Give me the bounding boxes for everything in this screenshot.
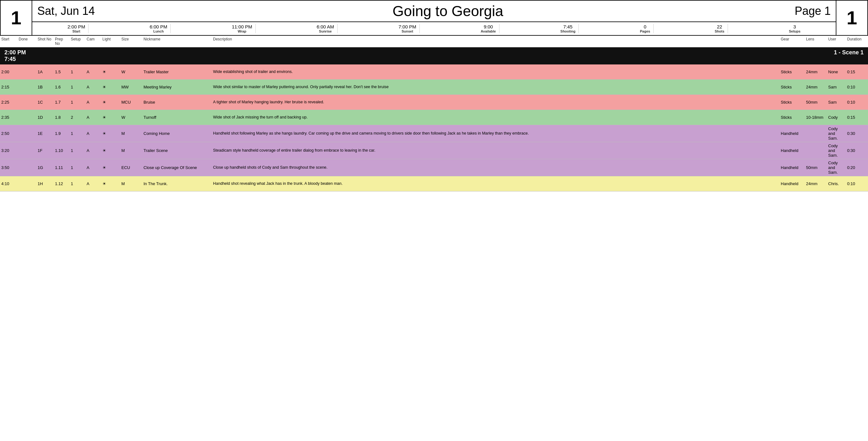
gear-cell: Handheld bbox=[779, 130, 805, 137]
shot-no-cell: 1C bbox=[36, 99, 54, 106]
col-header-2: Shot No bbox=[36, 37, 54, 46]
header-date: Sat, Jun 14 bbox=[37, 4, 95, 18]
shot-row: 2:351D1.82A☀WTurnoffWide shot of Jack mi… bbox=[0, 110, 868, 125]
setup-cell: 1 bbox=[69, 83, 85, 91]
col-header-7: Size bbox=[120, 37, 142, 46]
col-header-8: Nickname bbox=[142, 37, 212, 46]
scene-header: 2:00 PM 1 - Scene 1 7:45 bbox=[0, 47, 868, 64]
start-cell: 2:00 bbox=[0, 68, 18, 75]
start-cell: 2:35 bbox=[0, 114, 18, 121]
col-header-3: Prep No bbox=[54, 37, 69, 46]
shot-no-cell: 1A bbox=[36, 68, 54, 75]
lens-cell bbox=[805, 132, 827, 135]
description-cell: Handheld shot revealing what Jack has in… bbox=[212, 180, 779, 188]
col-header-9: Description bbox=[212, 37, 779, 46]
scene-time: 2:00 PM bbox=[4, 49, 834, 56]
cam-cell: A bbox=[85, 99, 101, 106]
prep-no-cell: 1.9 bbox=[54, 130, 69, 137]
nickname-cell: Close up Coverage Of Scene bbox=[142, 164, 212, 171]
prep-no-cell: 1.11 bbox=[54, 164, 69, 171]
start-cell: 2:15 bbox=[0, 83, 18, 91]
start-cell: 2:25 bbox=[0, 99, 18, 106]
time-label-2: Wrap bbox=[232, 29, 252, 33]
cam-cell: A bbox=[85, 130, 101, 137]
setup-cell: 1 bbox=[69, 99, 85, 106]
gear-cell: Sticks bbox=[779, 99, 805, 106]
shot-no-cell: 1H bbox=[36, 180, 54, 187]
size-cell: M bbox=[120, 180, 142, 187]
time-value-9: 3 bbox=[789, 24, 801, 29]
duration-cell: 0:20 bbox=[846, 164, 868, 171]
setup-cell: 1 bbox=[69, 180, 85, 187]
column-headers: StartDoneShot NoPrep NoSetupCamLightSize… bbox=[0, 36, 868, 47]
shot-row: 3:501G1.111A☀ECUClose up Coverage Of Sce… bbox=[0, 159, 868, 176]
nickname-cell: Bruise bbox=[142, 99, 212, 106]
time-value-4: 7:00 PM bbox=[399, 24, 416, 29]
header-page-label: Page 1 bbox=[795, 4, 831, 18]
shot-row: 2:001A1.51A☀WTrailer MasterWide establis… bbox=[0, 64, 868, 79]
gear-cell: Sticks bbox=[779, 83, 805, 91]
time-value-1: 6:00 PM bbox=[150, 24, 167, 29]
col-header-1: Done bbox=[18, 37, 36, 46]
duration-cell: 0:10 bbox=[846, 180, 868, 187]
nickname-cell: Turnoff bbox=[142, 114, 212, 121]
done-cell bbox=[18, 71, 36, 73]
size-cell: M bbox=[120, 130, 142, 137]
time-value-0: 2:00 PM bbox=[68, 24, 85, 29]
shot-no-cell: 1E bbox=[36, 130, 54, 137]
header-time-item-3: 6:00 AMSunrise bbox=[314, 24, 338, 33]
header-time-item-4: 7:00 PMSunset bbox=[396, 24, 420, 33]
done-cell bbox=[18, 86, 36, 89]
cam-cell: A bbox=[85, 180, 101, 187]
done-cell bbox=[18, 149, 36, 152]
user-cell: Cody and Sam. bbox=[827, 142, 846, 159]
light-cell: ☀ bbox=[101, 83, 120, 91]
duration-cell: 0:15 bbox=[846, 114, 868, 121]
setup-cell: 1 bbox=[69, 68, 85, 75]
time-value-5: 9:00 bbox=[481, 24, 496, 29]
description-cell: A tighter shot of Marley hanging laundry… bbox=[212, 98, 779, 106]
cam-cell: A bbox=[85, 83, 101, 91]
shot-row: 2:501E1.91A☀MComing HomeHandheld shot fo… bbox=[0, 125, 868, 142]
col-header-10: Gear bbox=[779, 37, 805, 46]
light-cell: ☀ bbox=[101, 114, 120, 121]
light-cell: ☀ bbox=[101, 130, 120, 137]
cam-cell: A bbox=[85, 68, 101, 75]
scene-label: 1 - Scene 1 bbox=[834, 49, 864, 56]
cam-cell: A bbox=[85, 164, 101, 171]
col-header-13: Duration bbox=[846, 37, 868, 46]
lens-cell: 50mm bbox=[805, 99, 827, 106]
header-time-item-9: 3Setups bbox=[786, 24, 804, 33]
lens-cell bbox=[805, 149, 827, 152]
time-value-2: 11:00 PM bbox=[232, 24, 252, 29]
description-cell: Close up handheld shots of Cody and Sam … bbox=[212, 164, 779, 172]
header-center: Sat, Jun 14 Going to Georgia Page 1 2:00… bbox=[32, 1, 836, 35]
header-time-item-0: 2:00 PMStart bbox=[64, 24, 89, 33]
duration-cell: 0:10 bbox=[846, 99, 868, 106]
header-time-item-7: 0Pages bbox=[637, 24, 654, 33]
gear-cell: Handheld bbox=[779, 164, 805, 171]
nickname-cell: Trailer Master bbox=[142, 68, 212, 75]
shot-row: 4:101H1.121A☀MIn The Trunk.Handheld shot… bbox=[0, 176, 868, 192]
lens-cell: 24mm bbox=[805, 180, 827, 187]
size-cell: ECU bbox=[120, 164, 142, 171]
time-label-7: Pages bbox=[640, 29, 650, 33]
prep-no-cell: 1.8 bbox=[54, 114, 69, 121]
nickname-cell: Coming Home bbox=[142, 130, 212, 137]
col-header-5: Cam bbox=[85, 37, 101, 46]
time-label-6: Shooting bbox=[560, 29, 576, 33]
duration-cell: 0:30 bbox=[846, 130, 868, 137]
gear-cell: Handheld bbox=[779, 147, 805, 154]
gear-cell: Sticks bbox=[779, 114, 805, 121]
start-cell: 4:10 bbox=[0, 180, 18, 187]
setup-cell: 1 bbox=[69, 147, 85, 154]
light-cell: ☀ bbox=[101, 68, 120, 75]
time-label-1: Lunch bbox=[150, 29, 167, 33]
time-value-7: 0 bbox=[640, 24, 650, 29]
header-time-item-8: 22Shots bbox=[712, 24, 728, 33]
lens-cell: 24mm bbox=[805, 83, 827, 91]
col-header-6: Light bbox=[101, 37, 120, 46]
size-cell: M bbox=[120, 147, 142, 154]
gear-cell: Handheld bbox=[779, 180, 805, 187]
header-time-item-5: 9:00Available bbox=[477, 24, 499, 33]
